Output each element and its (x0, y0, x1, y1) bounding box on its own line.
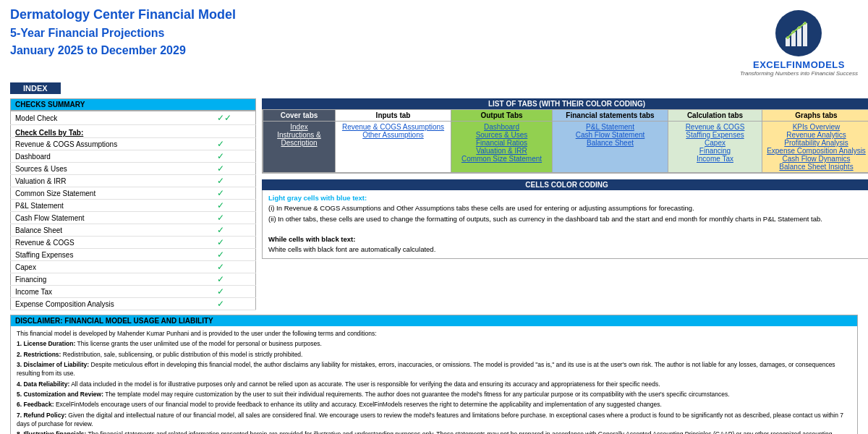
tab-link-revenue-analytics[interactable]: Revenue Analytics (765, 131, 867, 139)
light-gray-text2: (ii) In other tabs, these cells are used… (268, 214, 865, 224)
tab-link-other-assumptions[interactable]: Other Assumptions (339, 131, 448, 139)
tabs-grid: Cover tabs Inputs tab Output Tabs Financ… (263, 109, 868, 173)
light-gray-label: Light gray cells with blue text: (268, 193, 865, 203)
tab-link-revenue-cogs-assumptions[interactable]: Revenue & COGS Assumptions (339, 123, 448, 131)
check-item-label: Sources & Uses (11, 163, 213, 175)
model-check-label: Model Check (11, 111, 213, 125)
table-row: Expense Composition Analysis ✓ (11, 298, 256, 310)
disclaimer-item-7: 7. Refund Policy: Given the digital and … (17, 411, 851, 429)
tab-link-revenue-cogs-calc[interactable]: Revenue & COGS (671, 123, 759, 131)
check-item-label: Balance Sheet (11, 224, 213, 237)
table-row: Revenue & COGS ✓ (11, 237, 256, 249)
table-row: Capex ✓ (11, 261, 256, 273)
logo-tagline: Transforming Numbers into Financial Succ… (740, 70, 858, 77)
check-item-label: P&L Statement (11, 200, 213, 212)
tab-link-valuation-irr[interactable]: Valuation & IRR (454, 147, 549, 155)
title2: 5-Year Financial Projections (10, 27, 236, 40)
check-item-label: Dashboard (11, 150, 213, 163)
svg-point-6 (798, 26, 801, 29)
white-cells-text: White cells with black font are automati… (268, 244, 865, 255)
checks-table: Model Check ✓✓ Check Cells by Tab: Reven… (10, 111, 256, 310)
svg-point-7 (804, 22, 807, 25)
svg-rect-2 (797, 27, 801, 46)
tab-link-profitability-analysis[interactable]: Profitability Analysis (765, 139, 867, 147)
table-row: Financing ✓ (11, 273, 256, 286)
cells-section: CELLS COLOR CODING Light gray cells with… (262, 179, 868, 259)
tab-link-pl-statement[interactable]: P&L Statement (556, 123, 665, 131)
check-item-label: Income Tax (11, 286, 213, 298)
check-mark: ✓ (213, 175, 255, 187)
tab-col-body-output: Dashboard Sources & Uses Financial Ratio… (451, 121, 553, 172)
left-panel: CHECKS SUMMARY Model Check ✓✓ Check Cell… (10, 98, 256, 310)
check-item-label: Staffing Expenses (11, 249, 213, 261)
title3: January 2025 to December 2029 (10, 44, 236, 57)
double-check: ✓✓ (213, 111, 255, 125)
tab-link-financing[interactable]: Financing (671, 147, 759, 155)
disclaimer-item-2: 2. Restrictions: Redistribution, sale, s… (17, 350, 851, 359)
table-row: Revenue & COGS Assumptions ✓ (11, 138, 256, 150)
check-mark: ✓ (213, 150, 255, 163)
tab-link-sources-uses[interactable]: Sources & Uses (454, 131, 549, 139)
logo-name: EXCELFINMODELS (753, 59, 845, 70)
disclaimer-section: DISCLAIMER: FINANCIAL MODEL USAGE AND LI… (10, 315, 858, 434)
table-row: Balance Sheet ✓ (11, 224, 256, 237)
check-mark: ✓ (213, 273, 255, 286)
tab-col-header-inputs: Inputs tab (336, 109, 451, 121)
main-content: CHECKS SUMMARY Model Check ✓✓ Check Cell… (10, 98, 858, 310)
svg-rect-3 (803, 23, 807, 46)
tab-col-header-cover: Cover tabs (263, 109, 336, 121)
table-row: Valuation & IRR ✓ (11, 175, 256, 187)
header-titles: Dermatology Center Financial Model 5-Yea… (10, 7, 236, 57)
table-row: Staffing Expenses ✓ (11, 249, 256, 261)
tab-col-body-cover: Index Instructions & Description (263, 121, 336, 172)
tab-col-header-calculation: Calculation tabs (668, 109, 762, 121)
logo-icon (775, 10, 822, 56)
tab-link-cash-flow-dynamics[interactable]: Cash Flow Dynamics (765, 155, 867, 163)
check-mark: ✓ (213, 261, 255, 273)
tab-link-income-tax[interactable]: Income Tax (671, 155, 759, 163)
table-row: Sources & Uses ✓ (11, 163, 256, 175)
tab-link-index[interactable]: Index (266, 123, 332, 131)
tab-link-cash-flow-statement[interactable]: Cash Flow Statement (556, 131, 665, 139)
index-label: INDEX (10, 82, 61, 94)
disclaimer-intro: This financial model is developed by Mah… (17, 329, 851, 338)
check-cells-label: Check Cells by Tab: (15, 129, 251, 137)
check-mark: ✓ (213, 237, 255, 249)
tab-link-balance-sheet-insights[interactable]: Balance Sheet Insights (765, 163, 867, 171)
logo-area: EXCELFINMODELS Transforming Numbers into… (740, 10, 858, 77)
tab-col-header-graphs: Graphs tabs (762, 109, 868, 121)
tab-link-instructions[interactable]: Instructions & Description (266, 131, 332, 147)
check-mark: ✓ (213, 286, 255, 298)
tab-col-body-inputs: Revenue & COGS Assumptions Other Assumpt… (336, 121, 451, 172)
disclaimer-item-3: 3. Disclaimer of Liability: Despite meti… (17, 360, 851, 378)
table-row: P&L Statement ✓ (11, 200, 256, 212)
disclaimer-body: This financial model is developed by Mah… (11, 326, 857, 434)
tab-link-dashboard[interactable]: Dashboard (454, 123, 549, 131)
tab-link-expense-composition[interactable]: Expense Composition Analysis (765, 147, 867, 155)
checks-summary-header: CHECKS SUMMARY (10, 98, 256, 111)
check-mark: ✓ (213, 163, 255, 175)
tab-link-kpis-overview[interactable]: KPIs Overview (765, 123, 867, 131)
check-item-label: Common Size Statement (11, 187, 213, 200)
table-row: Dashboard ✓ (11, 150, 256, 163)
check-item-label: Revenue & COGS (11, 237, 213, 249)
tab-link-staffing-expenses[interactable]: Staffing Expenses (671, 131, 759, 139)
tab-link-balance-sheet[interactable]: Balance Sheet (556, 139, 665, 147)
check-item-label: Financing (11, 273, 213, 286)
check-mark: ✓ (213, 224, 255, 237)
tabs-grid-wrapper: Cover tabs Inputs tab Output Tabs Financ… (262, 109, 868, 174)
check-mark: ✓ (213, 249, 255, 261)
tab-link-common-size[interactable]: Common Size Statement (454, 155, 549, 163)
tab-col-body-financial: P&L Statement Cash Flow Statement Balanc… (553, 121, 668, 172)
disclaimer-item-6: 6. Feedback: ExcelFinModels encourage us… (17, 400, 851, 409)
tab-link-capex[interactable]: Capex (671, 139, 759, 147)
disclaimer-item-5: 5. Customization and Review: The templat… (17, 390, 851, 399)
check-item-label: Expense Composition Analysis (11, 298, 213, 310)
check-mark: ✓ (213, 187, 255, 200)
right-panel: LIST OF TABS (WITH THEIR COLOR CODING) C… (262, 98, 868, 310)
tab-link-financial-ratios[interactable]: Financial Ratios (454, 139, 549, 147)
tab-col-body-graphs: KPIs Overview Revenue Analytics Profitab… (762, 121, 868, 172)
svg-point-4 (786, 36, 789, 39)
disclaimer-item-8: 8. Illustrative financials: The financia… (17, 430, 851, 434)
check-mark: ✓ (213, 212, 255, 224)
